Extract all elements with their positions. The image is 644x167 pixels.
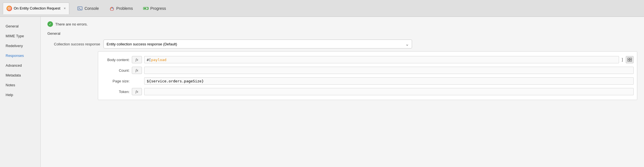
svg-rect-10 — [144, 8, 146, 9]
sidebar-item-responses[interactable]: Responses — [0, 51, 40, 61]
problems-icon — [109, 6, 115, 11]
collection-success-value: Entity collection success response (Defa… — [107, 42, 177, 46]
tab-label: On Entity Collection Request — [14, 6, 60, 10]
body-content-fx-button[interactable]: fx — [132, 56, 142, 63]
sidebar-item-metadata[interactable]: Metadata — [0, 70, 40, 80]
svg-rect-13 — [628, 60, 629, 61]
sidebar: General MIME Type Redelivery Responses A… — [0, 17, 41, 167]
active-tab[interactable]: On Entity Collection Request × — [3, 3, 69, 14]
grid-view-button[interactable] — [626, 56, 634, 63]
sidebar-item-help[interactable]: Help — [0, 90, 40, 100]
collection-success-dropdown[interactable]: Entity collection success response (Defa… — [104, 40, 412, 48]
problems-tab[interactable]: Problems — [107, 5, 135, 12]
svg-point-8 — [111, 7, 112, 8]
token-input[interactable] — [144, 88, 634, 95]
svg-rect-14 — [630, 60, 632, 61]
count-row: Count: fx — [98, 65, 637, 76]
tab-icon — [6, 6, 12, 11]
status-message: There are no errors. — [55, 22, 88, 26]
dropdown-arrow-icon: ⌄ — [405, 41, 409, 47]
token-row: Token: fx — [98, 86, 637, 97]
sidebar-item-notes[interactable]: Notes — [0, 80, 40, 90]
sidebar-item-advanced[interactable]: Advanced — [0, 61, 40, 70]
inner-form: Body content: fx #[ payload ] — [98, 51, 637, 100]
collection-success-label: Collection success response — [47, 42, 104, 46]
top-tabs: Console Problems Progress — [69, 0, 174, 17]
body-content-bracket-start: #[ — [147, 58, 151, 62]
svg-point-7 — [112, 8, 113, 9]
svg-point-6 — [111, 8, 112, 9]
tab-close-button[interactable]: × — [64, 6, 66, 10]
token-fx-button[interactable]: fx — [132, 88, 142, 95]
content-area: ✓ There are no errors. General Collectio… — [41, 17, 644, 167]
sidebar-item-redelivery[interactable]: Redelivery — [0, 41, 40, 51]
count-input[interactable] — [144, 67, 634, 74]
status-success-icon: ✓ — [47, 21, 53, 27]
token-label: Token: — [102, 90, 130, 94]
problems-tab-label: Problems — [116, 6, 133, 11]
body-content-label: Body content: — [102, 58, 130, 62]
fx-icon-token: fx — [135, 89, 138, 94]
console-tab-label: Console — [84, 6, 99, 11]
count-label: Count: — [102, 68, 130, 73]
console-icon — [77, 6, 83, 11]
count-fx-button[interactable]: fx — [132, 67, 142, 74]
status-bar: ✓ There are no errors. — [47, 21, 637, 27]
console-tab[interactable]: Console — [75, 5, 101, 12]
page-size-input[interactable] — [144, 77, 634, 85]
progress-icon — [143, 6, 149, 11]
page-size-label: Page size: — [102, 79, 130, 83]
main-content: General MIME Type Redelivery Responses A… — [0, 17, 644, 167]
fx-icon: fx — [135, 57, 138, 62]
fx-icon-count: fx — [135, 68, 138, 73]
progress-tab[interactable]: Progress — [141, 5, 168, 12]
svg-rect-11 — [628, 58, 629, 59]
sidebar-item-general[interactable]: General — [0, 21, 40, 31]
body-content-row: Body content: fx #[ payload ] — [98, 54, 637, 65]
collection-success-row: Collection success response Entity colle… — [47, 40, 637, 48]
body-content-bracket-end: ] — [621, 57, 624, 62]
title-bar: On Entity Collection Request × Console — [0, 0, 644, 17]
svg-rect-12 — [630, 58, 632, 59]
page-size-row: Page size: — [98, 76, 637, 86]
progress-tab-label: Progress — [150, 6, 166, 11]
body-content-input[interactable]: #[ payload — [144, 56, 619, 63]
section-title: General — [47, 31, 637, 36]
payload-text: payload — [151, 58, 167, 62]
sidebar-item-mime-type[interactable]: MIME Type — [0, 31, 40, 41]
